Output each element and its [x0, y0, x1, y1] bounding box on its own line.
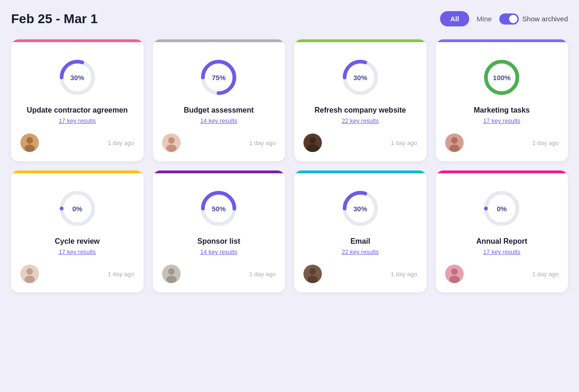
card-footer: 1 day ago	[303, 265, 417, 283]
show-archived-toggle[interactable]: Show archived	[499, 13, 568, 25]
card-key-results[interactable]: 17 key results	[59, 117, 96, 124]
card-body: 30% Refresh company website 22 key resul…	[303, 52, 417, 133]
card-body: 0% Cycle review 17 key results	[20, 183, 134, 265]
card-title: Sponsor list	[197, 237, 240, 246]
card-key-results[interactable]: 17 key results	[59, 248, 96, 255]
svg-point-19	[449, 145, 459, 152]
card-footer: 1 day ago	[445, 133, 559, 152]
cards-grid: 30% Update contractor agreemen 17 key re…	[11, 39, 568, 292]
donut-label: 50%	[212, 205, 226, 213]
svg-point-4	[25, 145, 35, 152]
card-top-bar	[153, 39, 285, 42]
card-title: Budget assessment	[184, 106, 254, 114]
card-body: 0% Annual Report 17 key results	[445, 183, 559, 265]
donut-label: 0%	[72, 205, 82, 213]
card-top-bar	[11, 171, 144, 173]
donut-chart: 100%	[481, 57, 522, 98]
time-ago: 1 day ago	[532, 271, 559, 278]
donut-label: 75%	[212, 74, 226, 82]
card-key-results[interactable]: 22 key results	[342, 248, 379, 255]
avatar	[162, 265, 181, 283]
time-ago: 1 day ago	[107, 139, 134, 146]
card-key-results[interactable]: 14 key results	[200, 248, 237, 255]
card-key-results[interactable]: 22 key results	[342, 117, 379, 124]
card-top-bar	[436, 39, 568, 42]
card-title: Update contractor agreemen	[27, 106, 128, 114]
show-archived-label: Show archived	[522, 15, 568, 23]
card-body: 50% Sponsor list 14 key results	[162, 183, 276, 265]
avatar	[445, 265, 464, 283]
avatar	[445, 133, 464, 152]
time-ago: 1 day ago	[107, 271, 134, 278]
card-1[interactable]: 30% Update contractor agreemen 17 key re…	[11, 39, 144, 161]
avatar	[303, 265, 322, 283]
time-ago: 1 day ago	[532, 139, 559, 146]
donut-label: 0%	[497, 205, 507, 213]
svg-point-13	[309, 137, 316, 144]
card-title: Marketing tasks	[474, 106, 530, 114]
card-top-bar	[436, 171, 568, 173]
card-footer: 1 day ago	[20, 133, 134, 152]
donut-label: 30%	[353, 205, 367, 213]
donut-chart: 30%	[57, 57, 98, 98]
card-key-results[interactable]: 17 key results	[483, 248, 520, 255]
toggle-track	[499, 13, 519, 25]
card-top-bar	[11, 39, 144, 42]
toggle-thumb	[509, 15, 517, 23]
time-ago: 1 day ago	[390, 271, 417, 278]
donut-chart: 30%	[340, 188, 381, 229]
time-ago: 1 day ago	[390, 139, 417, 146]
page-header: Feb 25 - Mar 1 All Mine Show archived	[11, 11, 568, 26]
card-footer: 1 day ago	[303, 133, 417, 152]
card-title: Annual Report	[476, 237, 527, 246]
svg-point-9	[166, 145, 176, 152]
card-7[interactable]: 30% Email 22 key results 1 day ago	[294, 171, 427, 292]
avatar	[303, 133, 322, 152]
avatar	[20, 133, 39, 152]
card-footer: 1 day ago	[20, 265, 134, 283]
donut-chart: 50%	[198, 188, 239, 229]
card-title: Refresh company website	[315, 106, 406, 114]
card-5[interactable]: 0% Cycle review 17 key results 1 day ago	[11, 171, 144, 292]
avatar	[162, 133, 181, 152]
donut-label: 100%	[493, 74, 510, 82]
card-key-results[interactable]: 17 key results	[483, 117, 520, 124]
page-title: Feb 25 - Mar 1	[11, 12, 98, 26]
card-top-bar	[153, 171, 285, 173]
all-button[interactable]: All	[440, 11, 469, 26]
card-footer: 1 day ago	[162, 133, 276, 152]
card-2[interactable]: 75% Budget assessment 14 key results 1 d…	[153, 39, 285, 161]
card-footer: 1 day ago	[162, 265, 276, 283]
card-6[interactable]: 50% Sponsor list 14 key results 1 day ag…	[153, 171, 285, 292]
svg-point-34	[308, 276, 318, 283]
card-body: 75% Budget assessment 14 key results	[162, 52, 276, 133]
card-body: 100% Marketing tasks 17 key results	[445, 52, 559, 133]
card-3[interactable]: 30% Refresh company website 22 key resul…	[294, 39, 427, 161]
card-8[interactable]: 0% Annual Report 17 key results 1 day ag…	[436, 171, 568, 292]
donut-chart: 30%	[340, 57, 381, 98]
donut-label: 30%	[353, 74, 367, 82]
card-4[interactable]: 100% Marketing tasks 17 key results 1 da…	[436, 39, 568, 161]
card-key-results[interactable]: 14 key results	[200, 117, 237, 124]
donut-label: 30%	[70, 74, 84, 82]
time-ago: 1 day ago	[249, 139, 276, 146]
card-top-bar	[294, 171, 427, 173]
header-controls: All Mine Show archived	[440, 11, 568, 26]
svg-point-23	[26, 268, 33, 275]
svg-point-39	[449, 276, 459, 283]
mine-button[interactable]: Mine	[477, 15, 492, 23]
svg-point-18	[451, 137, 458, 144]
svg-point-33	[309, 268, 316, 275]
svg-point-3	[26, 137, 33, 144]
card-top-bar	[294, 39, 427, 42]
donut-chart: 75%	[198, 57, 239, 98]
svg-point-38	[451, 268, 458, 275]
card-title: Email	[350, 237, 370, 246]
donut-chart: 0%	[57, 188, 98, 229]
card-body: 30% Update contractor agreemen 17 key re…	[20, 52, 134, 133]
svg-point-8	[168, 137, 175, 144]
donut-chart: 0%	[481, 188, 522, 229]
svg-point-28	[168, 268, 175, 275]
svg-point-29	[166, 276, 176, 283]
svg-point-24	[25, 276, 35, 283]
